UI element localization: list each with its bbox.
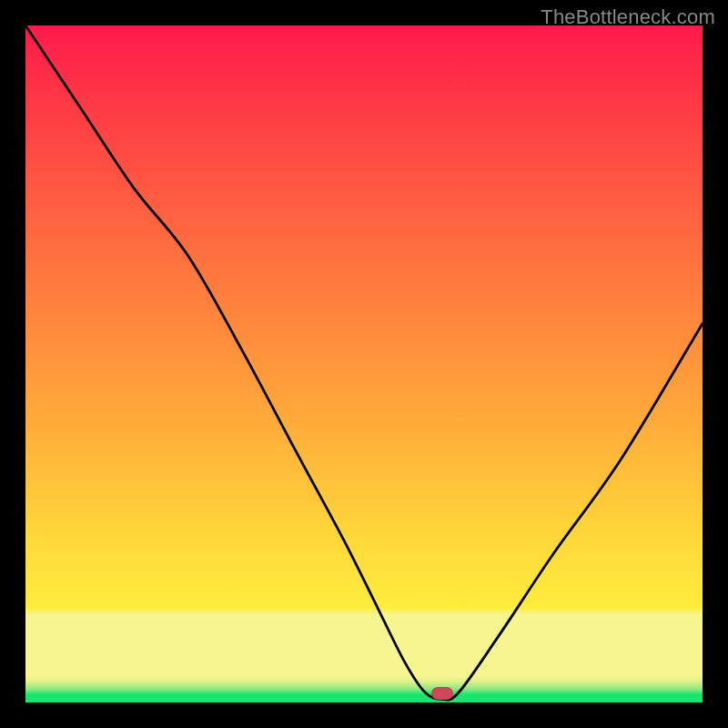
optimum-marker (431, 687, 453, 700)
curve-path (25, 25, 703, 700)
chart-frame: TheBottleneck.com (0, 0, 728, 728)
plot-area (25, 25, 703, 703)
bottleneck-curve (25, 25, 703, 703)
